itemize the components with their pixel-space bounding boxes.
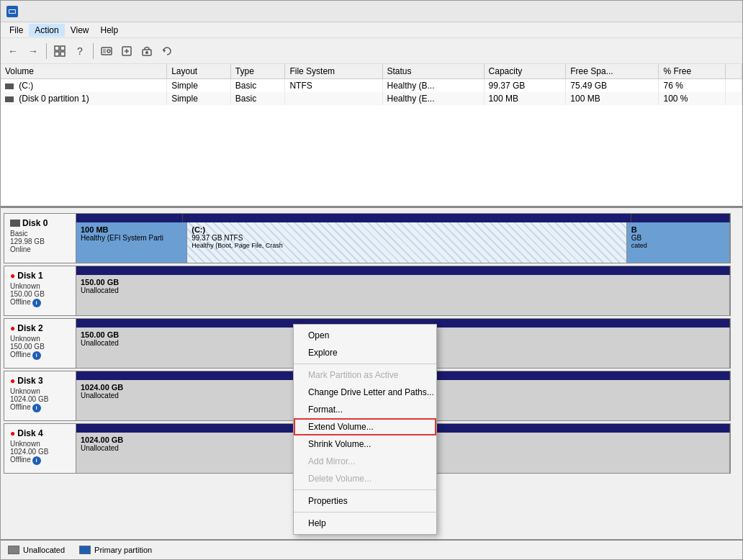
partition-name: 100 MB [81, 225, 182, 234]
context-menu-item[interactable]: Open [294, 327, 436, 344]
toolbar-help[interactable]: ? [71, 42, 89, 60]
col-header-freespace[interactable]: Free Spa... [566, 64, 659, 79]
context-menu-item: Add Mirror... [294, 453, 436, 470]
window-controls [679, 4, 737, 19]
toolbar-back[interactable]: ← [4, 42, 22, 60]
col-header-type[interactable]: Type [230, 64, 285, 79]
toolbar-properties[interactable] [138, 42, 156, 60]
partition[interactable]: 150.00 GB Unallocated [76, 275, 730, 315]
disk-label-name: ● Disk 4 [10, 428, 70, 438]
menu-help[interactable]: Help [95, 24, 125, 37]
toolbar-rescan[interactable] [97, 42, 116, 60]
disk-label: ● Disk 2 Unknown 150.00 GB Offlinei [4, 319, 76, 368]
disk-label-name: ● Disk 1 [10, 271, 70, 281]
toolbar-add[interactable] [117, 42, 136, 60]
context-menu-item[interactable]: Explore [294, 344, 436, 361]
partition-name: 150.00 GB [81, 278, 725, 286]
disk-label-status: Offlinei [10, 351, 70, 360]
svg-rect-4 [55, 52, 59, 56]
toolbar-sep-2 [93, 43, 94, 59]
svg-rect-7 [103, 49, 106, 53]
table-row[interactable]: (C:) Simple Basic NTFS Healthy (B... 99.… [1, 79, 742, 93]
partition-name: B [631, 225, 725, 234]
partition[interactable]: (C:) 99.37 GB NTFS Healthy (Boot, Page F… [187, 222, 626, 263]
col-header-volume[interactable]: Volume [1, 64, 167, 79]
minimize-button[interactable] [679, 4, 696, 19]
svg-point-8 [107, 50, 110, 53]
cell-layout: Simple [167, 92, 231, 105]
col-header-status[interactable]: Status [382, 64, 484, 79]
cell-extra [725, 79, 742, 93]
disk-row: Disk 0 Basic 129.98 GB Online 100 MB Hea… [4, 213, 731, 263]
partition[interactable]: B GB cated [627, 222, 730, 263]
partition-name: (C:) [192, 225, 621, 234]
col-header-extra [725, 64, 742, 79]
volume-list-panel: Volume Layout Type File System Status Ca… [1, 64, 742, 208]
toolbar-refresh[interactable] [158, 42, 176, 60]
svg-rect-3 [60, 46, 65, 50]
table-row[interactable]: (Disk 0 partition 1) Simple Basic Health… [1, 92, 742, 105]
info-icon: i [32, 299, 41, 307]
disk-label-type: Unknown [10, 282, 70, 290]
disk-label: Disk 0 Basic 129.98 GB Online [4, 214, 76, 263]
cell-volume: (Disk 0 partition 1) [1, 92, 167, 105]
menu-action[interactable]: Action [29, 24, 64, 37]
col-header-layout[interactable]: Layout [167, 64, 231, 79]
col-header-percentfree[interactable]: % Free [659, 64, 725, 79]
cell-volume: (C:) [1, 79, 167, 93]
menu-file[interactable]: File [4, 24, 29, 37]
cell-status: Healthy (B... [382, 79, 484, 93]
disk-top-bar [76, 214, 730, 222]
legend-label-primary: Primary partition [94, 546, 152, 554]
context-menu-item[interactable]: Change Drive Letter and Paths... [294, 384, 436, 401]
context-menu-item[interactable]: Format... [294, 401, 436, 418]
cell-freespace: 100 MB [566, 92, 659, 105]
partition-type: Healthy (EFI System Parti [81, 234, 182, 242]
menu-view[interactable]: View [65, 24, 95, 37]
cell-filesystem: NTFS [285, 79, 382, 93]
disk-label-status: Offlinei [10, 298, 70, 307]
cell-type: Basic [230, 79, 285, 93]
context-menu-item[interactable]: Properties [294, 492, 436, 510]
app-icon [6, 6, 18, 17]
cell-percentfree: 100 % [659, 92, 725, 105]
context-menu-item: Delete Volume... [294, 470, 436, 487]
maximize-button[interactable] [699, 4, 716, 19]
disk-label-size: 129.98 GB [10, 238, 70, 245]
disk-label-type: Unknown [10, 335, 70, 343]
offline-icon: ● [10, 271, 15, 281]
svg-rect-1 [9, 10, 15, 13]
col-header-capacity[interactable]: Capacity [484, 64, 566, 79]
disk-partitions-row: 150.00 GB Unallocated [76, 275, 730, 315]
disk-partitions-row: 100 MB Healthy (EFI System Parti (C:) 99… [76, 222, 730, 263]
partition[interactable]: 100 MB Healthy (EFI System Parti [76, 222, 187, 263]
context-menu-separator [294, 363, 436, 364]
partition-status: cated [631, 242, 725, 249]
disk-label-name: ● Disk 3 [10, 376, 70, 386]
close-button[interactable] [719, 4, 737, 19]
svg-point-13 [145, 51, 148, 54]
disk-partitions: 100 MB Healthy (EFI System Parti (C:) 99… [76, 214, 730, 263]
offline-icon: ● [10, 376, 15, 386]
toolbar-grid[interactable] [50, 42, 69, 60]
disk-label-type: Unknown [10, 440, 70, 448]
partition-type: Unallocated [81, 286, 725, 294]
disk-label-size: 150.00 GB [10, 343, 70, 351]
context-menu-item: Mark Partition as Active [294, 366, 436, 384]
context-menu-item[interactable]: Shrink Volume... [294, 435, 436, 453]
legend-swatch-primary [79, 546, 91, 554]
disk-partitions: 150.00 GB Unallocated [76, 266, 730, 315]
toolbar-forward[interactable]: → [24, 42, 42, 60]
disk-label-status: Offlinei [10, 403, 70, 412]
partition-status: Healthy (Boot, Page File, Crash [192, 242, 621, 249]
legend-swatch-unallocated [8, 546, 19, 554]
disk-label-size: 1024.00 GB [10, 395, 70, 403]
context-menu-separator [294, 489, 436, 490]
disk-label: ● Disk 4 Unknown 1024.00 GB Offlinei [4, 424, 76, 473]
context-menu-separator [294, 512, 436, 512]
context-menu-item[interactable]: Help [294, 515, 436, 532]
col-header-filesystem[interactable]: File System [285, 64, 382, 79]
context-menu-item[interactable]: Extend Volume... [294, 418, 436, 435]
svg-rect-5 [60, 52, 65, 56]
context-menu: OpenExploreMark Partition as ActiveChang… [293, 324, 437, 535]
